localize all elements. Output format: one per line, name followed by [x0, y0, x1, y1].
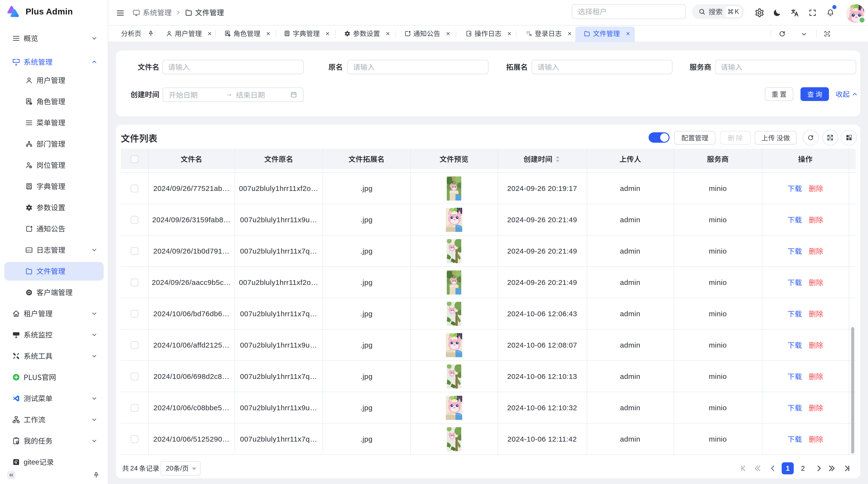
svg-text:DEV: DEV — [27, 249, 32, 252]
